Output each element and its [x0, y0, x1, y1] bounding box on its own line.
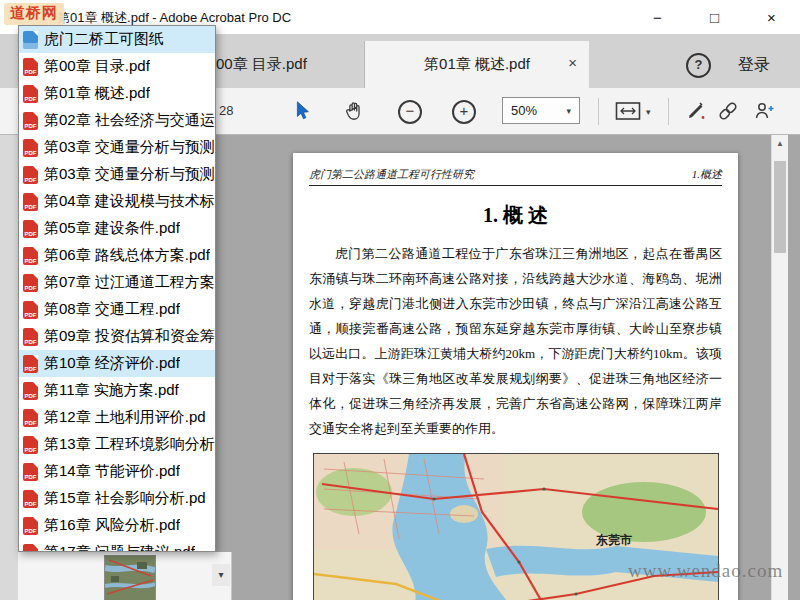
- list-item[interactable]: PDF第17章 问题与建议.pdf: [19, 539, 215, 552]
- page-count: 28: [219, 103, 233, 118]
- pdf-file-icon: PDF: [23, 463, 38, 481]
- maximize-button[interactable]: □: [686, 0, 743, 34]
- zoom-level-select[interactable]: 50% ▾: [502, 97, 580, 124]
- file-name: 第08章 交通工程.pdf: [44, 300, 180, 319]
- running-header: 虎门第二公路通道工程可行性研究 1.概述: [309, 167, 722, 186]
- list-item[interactable]: PDF第07章 过江通道工程方案: [19, 269, 215, 296]
- list-item[interactable]: PDF第11章 实施方案.pdf: [19, 377, 215, 404]
- file-name: 第06章 路线总体方案.pdf: [44, 246, 210, 265]
- file-name: 第12章 土地利用评价.pd: [44, 408, 206, 427]
- pdf-file-icon: PDF: [23, 58, 38, 76]
- pdf-file-icon: PDF: [23, 274, 38, 292]
- file-name: 第02章 社会经济与交通运: [44, 111, 215, 130]
- vertical-scrollbar[interactable]: ▲: [771, 135, 788, 600]
- header-right: 1.概述: [692, 167, 722, 182]
- chevron-down-icon[interactable]: ▾: [212, 564, 230, 586]
- close-button[interactable]: ×: [743, 0, 800, 34]
- file-name: 第03章 交通量分析与预测: [44, 138, 215, 157]
- pdf-file-icon: PDF: [23, 544, 38, 553]
- chapter-title: 1. 概 述: [309, 202, 722, 229]
- map-city-label: 东莞市: [595, 533, 632, 547]
- minimize-button[interactable]: −: [629, 0, 686, 34]
- chevron-down-icon: ▾: [566, 106, 571, 116]
- pdf-file-icon: PDF: [23, 517, 38, 535]
- file-name: 第16章 风险分析.pdf: [44, 516, 180, 535]
- pdf-file-icon: PDF: [23, 328, 38, 346]
- pdf-file-icon: PDF: [23, 139, 38, 157]
- list-item[interactable]: PDF第02章 社会经济与交通运: [19, 107, 215, 134]
- tab-chapter01[interactable]: 第01章 概述.pdf ×: [365, 41, 589, 88]
- file-list: 虎门二桥工可图纸PDF第00章 目录.pdfPDF第01章 概述.pdfPDF第…: [18, 25, 216, 552]
- toolbar-divider: [668, 98, 669, 125]
- list-item[interactable]: PDF第03章 交通量分析与预测: [19, 161, 215, 188]
- file-name: 第05章 建设条件.pdf: [44, 219, 180, 238]
- list-item[interactable]: 虎门二桥工可图纸: [19, 26, 215, 53]
- list-item[interactable]: PDF第00章 目录.pdf: [19, 53, 215, 80]
- pdf-file-icon: PDF: [23, 85, 38, 103]
- body-paragraph: 虎门第二公路通道工程位于广东省珠江三角洲地区，起点在番禺区东涌镇与珠二环南环高速…: [309, 241, 722, 441]
- file-name: 第00章 目录.pdf: [44, 57, 150, 76]
- chevron-down-icon[interactable]: ▾: [646, 107, 651, 117]
- site-url-watermark: www.wendao.com: [628, 560, 783, 582]
- zoom-value: 50%: [511, 103, 537, 118]
- list-item[interactable]: PDF第05章 建设条件.pdf: [19, 215, 215, 242]
- file-name: 第09章 投资估算和资金筹: [44, 327, 215, 346]
- pdf-file-icon: PDF: [23, 409, 38, 427]
- list-item[interactable]: PDF第06章 路线总体方案.pdf: [19, 242, 215, 269]
- file-name: 第15章 社会影响分析.pd: [44, 489, 206, 508]
- tab-label: 第01章 概述.pdf: [424, 55, 530, 74]
- list-item[interactable]: PDF第14章 节能评价.pdf: [19, 458, 215, 485]
- pdf-file-icon: PDF: [23, 193, 38, 211]
- file-name: 虎门二桥工可图纸: [44, 30, 164, 49]
- header-left: 虎门第二公路通道工程可行性研究: [309, 167, 474, 182]
- page-thumbnail[interactable]: [104, 555, 156, 600]
- list-item[interactable]: PDF第08章 交通工程.pdf: [19, 296, 215, 323]
- hand-tool-icon[interactable]: [342, 99, 366, 123]
- file-name: 第10章 经济评价.pdf: [44, 354, 180, 373]
- scroll-up-icon[interactable]: ▲: [772, 135, 788, 152]
- list-item[interactable]: PDF第01章 概述.pdf: [19, 80, 215, 107]
- pdf-file-icon: PDF: [23, 166, 38, 184]
- file-name: 第04章 建设规模与技术标: [44, 192, 215, 211]
- help-icon[interactable]: ?: [686, 53, 711, 78]
- file-name: 第07章 过江通道工程方案: [44, 273, 215, 292]
- zoom-in-button[interactable]: +: [452, 100, 476, 124]
- site-logo-watermark: 道桥网: [4, 3, 64, 25]
- login-button[interactable]: 登录: [738, 55, 770, 76]
- list-item[interactable]: PDF第13章 工程环境影响分析: [19, 431, 215, 458]
- pdf-file-icon: PDF: [23, 490, 38, 508]
- drawing-file-icon: [23, 31, 38, 49]
- list-item[interactable]: PDF第04章 建设规模与技术标: [19, 188, 215, 215]
- window-controls: − □ ×: [629, 0, 800, 34]
- pdf-file-icon: PDF: [23, 382, 38, 400]
- file-name: 第03章 交通量分析与预测: [44, 165, 215, 184]
- fill-sign-icon[interactable]: [684, 99, 708, 123]
- scrollbar-thumb[interactable]: [774, 161, 786, 253]
- zoom-out-button[interactable]: −: [398, 100, 422, 124]
- list-item[interactable]: PDF第16章 风险分析.pdf: [19, 512, 215, 539]
- pdf-file-icon: PDF: [23, 247, 38, 265]
- select-tool-icon[interactable]: [290, 99, 314, 123]
- tab-close-icon[interactable]: ×: [568, 54, 577, 71]
- share-link-icon[interactable]: [716, 99, 740, 123]
- file-name: 第17章 问题与建议.pdf: [44, 543, 195, 552]
- pdf-file-icon: PDF: [23, 301, 38, 319]
- list-item[interactable]: PDF第15章 社会影响分析.pd: [19, 485, 215, 512]
- file-name: 第13章 工程环境影响分析: [44, 435, 215, 454]
- add-user-icon[interactable]: [752, 99, 776, 123]
- list-item[interactable]: PDF第09章 投资估算和资金筹: [19, 323, 215, 350]
- pdf-file-icon: PDF: [23, 355, 38, 373]
- list-item[interactable]: PDF第12章 土地利用评价.pd: [19, 404, 215, 431]
- pdf-page: 虎门第二公路通道工程可行性研究 1.概述 1. 概 述 虎门第二公路通道工程位于…: [293, 153, 738, 600]
- panel-rail: [0, 135, 19, 600]
- pdf-file-icon: PDF: [23, 436, 38, 454]
- file-name: 第14章 节能评价.pdf: [44, 462, 180, 481]
- toolbar-divider: [598, 98, 599, 125]
- fit-width-icon[interactable]: [614, 99, 642, 123]
- list-item[interactable]: PDF第10章 经济评价.pdf: [19, 350, 215, 377]
- file-name: 第11章 实施方案.pdf: [44, 381, 179, 400]
- pdf-file-icon: PDF: [23, 112, 38, 130]
- file-name: 第01章 概述.pdf: [44, 84, 150, 103]
- tab-label: 第00章 目录.pdf: [201, 55, 307, 74]
- list-item[interactable]: PDF第03章 交通量分析与预测: [19, 134, 215, 161]
